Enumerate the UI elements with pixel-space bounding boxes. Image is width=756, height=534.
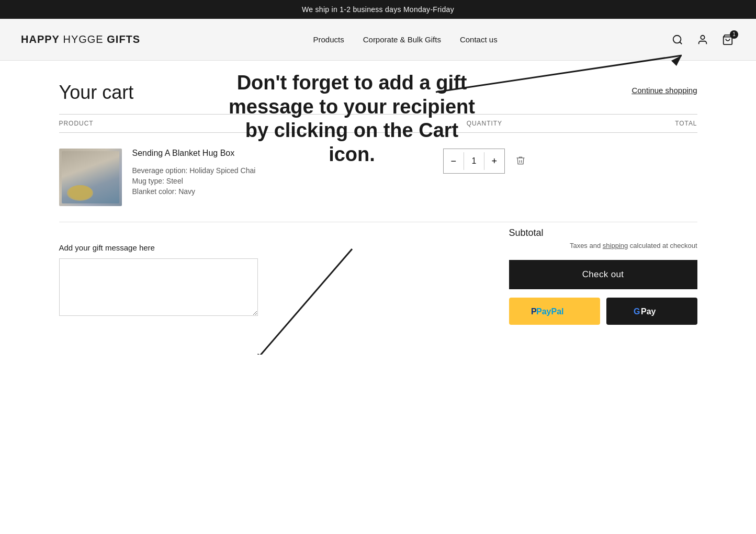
gift-message-input[interactable] [59, 258, 258, 316]
cart-icon[interactable]: 1 [720, 32, 735, 47]
continue-shopping-link[interactable]: Continue shopping [631, 86, 697, 95]
checkout-button[interactable]: Check out [509, 260, 697, 289]
subtotal-row: Subtotal [509, 228, 697, 238]
column-product: PRODUCT [59, 120, 378, 127]
gpay-button[interactable]: G Pay [606, 298, 697, 325]
svg-point-2 [701, 35, 704, 39]
column-quantity: QUANTITY [378, 120, 591, 127]
quantity-control: − 1 + [443, 149, 505, 174]
delete-item-button[interactable] [515, 155, 526, 167]
gift-message-label: Add your gift message here [59, 243, 488, 252]
header: HAPPY HYGGE GIFTS Products Corporate & B… [0, 19, 756, 61]
nav-contact[interactable]: Contact us [460, 35, 498, 44]
main-content: Don't forget to add a giftmessage to you… [38, 61, 718, 355]
account-icon[interactable] [695, 32, 710, 47]
item-quantity: − 1 + [378, 149, 591, 174]
svg-text:Pay: Pay [641, 307, 656, 316]
logo[interactable]: HAPPY HYGGE GIFTS [21, 33, 140, 46]
svg-point-0 [673, 35, 681, 43]
paypal-button[interactable]: P PayPal [509, 298, 600, 325]
nav-products[interactable]: Products [313, 35, 344, 44]
item-option-blanket: Blanket color: Navy [132, 187, 378, 196]
item-option-mug: Mug type: Steel [132, 177, 378, 185]
quantity-decrease-button[interactable]: − [444, 151, 464, 171]
table-header: PRODUCT QUANTITY TOTAL [59, 114, 697, 133]
gift-message-section: Add your gift message here [59, 228, 488, 334]
nav-corporate[interactable]: Corporate & Bulk Gifts [363, 35, 441, 44]
checkout-section: Subtotal Taxes and shipping calculated a… [488, 228, 697, 325]
cart-header-row: Your cart Continue shopping [59, 82, 697, 104]
quantity-value: 1 [464, 152, 484, 170]
taxes-note: Taxes and shipping calculated at checkou… [509, 242, 697, 249]
product-image [59, 149, 122, 206]
item-option-beverage: Beverage option: Holiday Spiced Chai [132, 166, 378, 175]
svg-text:G: G [634, 307, 640, 316]
search-icon[interactable] [670, 32, 685, 47]
quantity-increase-button[interactable]: + [484, 151, 504, 171]
taxes-text: Taxes and [570, 242, 601, 249]
item-details: Sending A Blanket Hug Box Beverage optio… [132, 149, 378, 198]
announcement-text: We ship in 1-2 business days Monday-Frid… [302, 5, 454, 14]
cart-item: Sending A Blanket Hug Box Beverage optio… [59, 133, 697, 222]
subtotal-label: Subtotal [509, 228, 544, 238]
item-name: Sending A Blanket Hug Box [132, 149, 378, 158]
paypal-logo-icon: P PayPal [531, 305, 578, 317]
gift-section: Add your gift message here [59, 228, 488, 334]
item-product: Sending A Blanket Hug Box Beverage optio… [59, 149, 378, 206]
main-nav: Products Corporate & Bulk Gifts Contact … [313, 35, 498, 44]
svg-marker-7 [253, 354, 266, 355]
header-icons: 1 [670, 32, 735, 47]
taxes-text2: calculated at checkout [630, 242, 697, 249]
announcement-bar: We ship in 1-2 business days Monday-Frid… [0, 0, 756, 19]
svg-text:PayPal: PayPal [536, 307, 563, 316]
shipping-link[interactable]: shipping [603, 242, 628, 249]
cart-count: 1 [730, 30, 738, 39]
payment-buttons: P PayPal G Pay [509, 298, 697, 325]
svg-line-1 [680, 42, 682, 44]
cart-title: Your cart [59, 82, 134, 104]
column-total: TOTAL [591, 120, 697, 127]
bottom-area: Add your gift message here Subtotal Taxe… [59, 222, 697, 334]
gpay-logo-icon: G Pay [634, 305, 670, 317]
